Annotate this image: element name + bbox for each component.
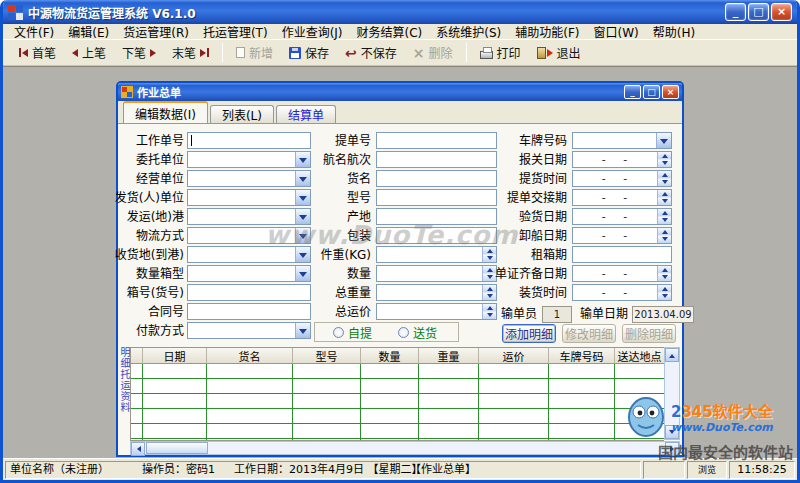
right-date-field-5[interactable]: - - [572, 227, 672, 244]
middle-spin-field-9[interactable] [376, 303, 497, 320]
field-label: 付款方式 [78, 323, 184, 339]
right-date-field-8[interactable]: - - [572, 284, 672, 301]
first-button[interactable]: 首笔 [11, 42, 64, 63]
grid-body[interactable] [131, 364, 664, 440]
minimize-button[interactable]: _ [725, 3, 746, 21]
spin-down-icon[interactable] [658, 179, 671, 186]
status-time: 11:58:25 [729, 461, 795, 479]
dropdown-icon[interactable] [656, 133, 671, 148]
right-date-field-4[interactable]: - - [572, 208, 672, 225]
right-date-field-7[interactable]: - - [572, 265, 672, 282]
horizontal-scrollbar[interactable] [130, 441, 680, 455]
grid-line [292, 364, 293, 440]
menu-item-1[interactable]: 编辑(E) [61, 23, 116, 40]
menu-item-6[interactable]: 系统维护(S) [429, 23, 508, 40]
minimize-icon: _ [733, 7, 739, 17]
triangle-icon [200, 49, 206, 57]
spinner-icon[interactable] [482, 304, 496, 319]
nosave-button[interactable]: 不保存 [337, 42, 405, 63]
field-label: 包装 [265, 228, 371, 244]
close-button[interactable]: × [771, 3, 792, 21]
menu-item-4[interactable]: 作业查询(J) [275, 23, 350, 40]
scrollbar-thumb[interactable] [146, 442, 208, 454]
child-minimize-button[interactable]: _ [624, 85, 641, 99]
prev-button[interactable]: 上笔 [64, 42, 114, 63]
right-date-field-2[interactable]: - - [572, 170, 672, 187]
menu-item-0[interactable]: 文件(F) [7, 23, 61, 40]
dropdown-icon[interactable] [295, 323, 310, 338]
left-combo-field-10[interactable] [187, 322, 311, 339]
radio-label: 送货 [413, 324, 437, 341]
last-button[interactable]: 末笔 [164, 42, 217, 63]
field-label: 数量箱型 [78, 266, 184, 282]
spinner-icon[interactable] [657, 171, 671, 186]
print-button[interactable]: 打印 [472, 42, 529, 63]
tab-1[interactable]: 列表(L) [210, 105, 274, 123]
spinner-icon[interactable] [657, 228, 671, 243]
field-label: 车牌号码 [461, 133, 567, 149]
spin-up-icon[interactable] [658, 152, 671, 160]
spinner-icon[interactable] [657, 152, 671, 167]
right-date-field-1[interactable]: - - [572, 151, 672, 168]
right-text-field-6[interactable] [572, 246, 672, 263]
scroll-left-icon[interactable] [131, 442, 145, 456]
last-icon [200, 48, 209, 57]
tab-2[interactable]: 结算单 [276, 105, 336, 123]
menu-item-5[interactable]: 财务结算(C) [350, 23, 430, 40]
child-maximize-button[interactable]: □ [643, 85, 660, 99]
spin-up-icon[interactable] [483, 304, 496, 312]
field-label: 经营单位 [78, 171, 184, 187]
spin-down-icon[interactable] [658, 160, 671, 167]
spin-up-icon[interactable] [658, 266, 671, 274]
menu-item-9[interactable]: 帮助(H) [646, 23, 702, 40]
spin-down-icon[interactable] [658, 274, 671, 281]
scroll-down-icon[interactable] [665, 425, 679, 439]
child-close-button[interactable]: × [662, 85, 679, 99]
spin-up-icon[interactable] [658, 171, 671, 179]
date-value: - - [573, 210, 657, 223]
save-button[interactable]: 保存 [281, 42, 337, 63]
toolbar-button-label: 打印 [497, 44, 521, 61]
spinner-icon[interactable] [657, 190, 671, 205]
spin-up-icon[interactable] [658, 228, 671, 236]
field-label: 发运(地)港 [78, 209, 184, 225]
spinner-icon[interactable] [657, 285, 671, 300]
scroll-right-icon[interactable] [665, 442, 679, 456]
spin-down-icon[interactable] [658, 198, 671, 205]
grid-col-header-1: 日期 [143, 348, 207, 364]
grid-col-header-7: 车牌号码 [549, 348, 615, 364]
spin-down-icon[interactable] [658, 293, 671, 300]
spin-up-icon[interactable] [658, 285, 671, 293]
tab-0[interactable]: 编辑数据(I) [123, 101, 208, 123]
nosave-icon [345, 47, 357, 59]
menu-bar: 文件(F)编辑(E)货运管理(R)托运管理(T)作业查询(J)财务结算(C)系统… [3, 24, 797, 39]
vertical-scrollbar[interactable] [664, 347, 680, 440]
spin-up-icon[interactable] [658, 190, 671, 198]
toolbar-separator [222, 43, 223, 62]
next-button[interactable]: 下笔 [114, 42, 164, 63]
add-detail-button[interactable]: 添加明细 [502, 324, 556, 343]
spinner-icon[interactable] [657, 266, 671, 281]
toolbar-button-label: 不保存 [361, 44, 397, 61]
right-combo-field-0[interactable] [572, 132, 672, 149]
spin-down-icon[interactable] [658, 217, 671, 224]
spinner-icon[interactable] [657, 209, 671, 224]
date-value: - - [573, 229, 657, 242]
menu-item-7[interactable]: 辅助功能(F) [508, 23, 586, 40]
spin-up-icon[interactable] [658, 209, 671, 217]
toolbar-button-label: 删除 [429, 44, 453, 61]
menu-item-2[interactable]: 货运管理(R) [116, 23, 196, 40]
exit-button[interactable]: 退出 [529, 42, 589, 63]
menu-item-8[interactable]: 窗口(W) [587, 23, 646, 40]
detail-grid[interactable]: 日期货名型号数量重量运价车牌号码送达地点 [130, 347, 664, 441]
radio-self-pickup[interactable]: 自提 [333, 324, 372, 341]
radio-delivery[interactable]: 送货 [398, 324, 437, 341]
scroll-up-icon[interactable] [665, 348, 679, 362]
right-date-field-3[interactable]: - - [572, 189, 672, 206]
menu-item-3[interactable]: 托运管理(T) [196, 23, 275, 40]
spin-down-icon[interactable] [483, 312, 496, 319]
delete-button: 删除 [405, 42, 461, 63]
spin-down-icon[interactable] [658, 236, 671, 243]
field-label: 总运价 [265, 304, 371, 320]
maximize-button[interactable]: □ [748, 3, 769, 21]
